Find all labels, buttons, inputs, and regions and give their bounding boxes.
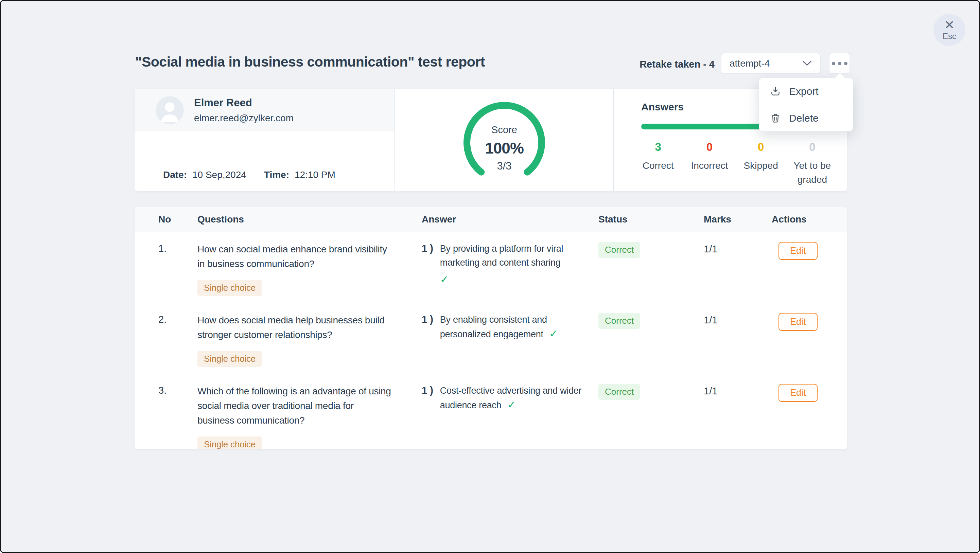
correct-check-icon: ✓ [507, 399, 516, 411]
stat-skipped-label: Skipped [735, 159, 787, 173]
results-table: No Questions Answer Status Marks Actions… [134, 206, 847, 450]
more-dots-icon [832, 62, 835, 65]
question-text: How does social media help businesses bu… [197, 313, 392, 342]
stat-correct-label: Correct [632, 159, 684, 173]
edit-button[interactable]: Edit [778, 313, 818, 331]
table-row: 2. How does social media help businesses… [135, 304, 847, 374]
question-number: 2. [158, 313, 197, 325]
question-type-badge: Single choice [197, 437, 262, 450]
col-questions-header: Questions [197, 214, 422, 225]
marks-value: 1/1 [704, 242, 772, 255]
edit-button[interactable]: Edit [778, 242, 818, 260]
question-text: Which of the following is an advantage o… [197, 384, 392, 427]
score-gauge: Score 100% 3/3 [460, 99, 549, 187]
answer-number: 1 ) [422, 313, 433, 342]
table-row: 3. Which of the following is an advantag… [135, 374, 847, 450]
question-type-badge: Single choice [197, 280, 262, 296]
menu-item-delete[interactable]: Delete [759, 105, 853, 131]
edit-button[interactable]: Edit [778, 384, 818, 402]
question-type-badge: Single choice [197, 351, 262, 367]
table-header: No Questions Answer Status Marks Actions [135, 207, 847, 232]
question-number: 3. [158, 384, 197, 396]
attempt-select-value: attempt-4 [730, 58, 802, 69]
score-fraction: 3/3 [497, 160, 511, 172]
status-badge: Correct [598, 313, 640, 329]
col-status-header: Status [598, 214, 704, 225]
answer-number: 1 ) [422, 242, 433, 286]
marks-value: 1/1 [704, 313, 772, 326]
stat-incorrect: 0 Incorrect [684, 141, 735, 186]
score-percent: 100% [485, 139, 523, 157]
col-answer-header: Answer [422, 214, 598, 225]
close-icon: ✕ [944, 19, 955, 31]
col-no-header: No [158, 214, 197, 225]
marks-value: 1/1 [704, 384, 772, 397]
student-email: elmer.reed@zylker.com [194, 113, 294, 124]
answer-text: By enabling consistent and personalized … [440, 315, 547, 339]
question-number: 1. [158, 242, 197, 254]
stat-incorrect-value: 0 [684, 141, 735, 154]
menu-item-export[interactable]: Export [759, 78, 853, 105]
correct-check-icon: ✓ [549, 328, 558, 340]
answer-number: 1 ) [422, 384, 433, 412]
student-panel: Elmer Reed elmer.reed@zylker.com Date: 1… [135, 89, 395, 191]
page-title: "Social media in business communication"… [135, 54, 485, 70]
retake-count-label: Retake taken - 4 [634, 59, 714, 70]
export-icon [770, 86, 781, 97]
table-row: 1. How can social media enhance brand vi… [135, 232, 847, 304]
stat-pending-value: 0 [787, 141, 838, 154]
time-label: Time: [264, 170, 289, 180]
chevron-down-icon [802, 60, 812, 66]
score-panel: Score 100% 3/3 [395, 89, 613, 191]
stat-pending-label: Yet to be graded [787, 159, 838, 186]
stat-correct: 3 Correct [632, 141, 684, 186]
summary-card: Elmer Reed elmer.reed@zylker.com Date: 1… [134, 89, 847, 192]
time-value: 12:10 PM [294, 170, 336, 180]
stat-incorrect-label: Incorrect [684, 159, 735, 173]
attempt-select[interactable]: attempt-4 [721, 52, 821, 74]
more-actions-button[interactable] [829, 52, 850, 74]
date-value: 10 Sep,2024 [192, 170, 247, 180]
status-badge: Correct [598, 242, 640, 258]
status-badge: Correct [598, 384, 640, 400]
actions-menu: Export Delete [759, 78, 853, 132]
question-text: How can social media enhance brand visib… [197, 242, 392, 271]
date-label: Date: [163, 170, 187, 180]
stat-skipped-value: 0 [735, 141, 787, 154]
correct-check-icon: ✓ [440, 272, 583, 286]
col-actions-header: Actions [772, 214, 847, 225]
col-marks-header: Marks [704, 214, 772, 225]
menu-item-delete-label: Delete [789, 113, 819, 124]
stat-pending: 0 Yet to be graded [787, 141, 838, 186]
delete-icon [770, 113, 781, 124]
window-frame: ✕ Esc "Social media in business communic… [0, 0, 980, 553]
stat-skipped: 0 Skipped [735, 141, 787, 186]
menu-item-export-label: Export [789, 86, 819, 97]
answer-text: By providing a platform for viral market… [440, 243, 563, 268]
score-label: Score [492, 124, 517, 135]
avatar [156, 96, 184, 124]
esc-label: Esc [943, 32, 956, 41]
stat-correct-value: 3 [632, 141, 684, 154]
esc-button[interactable]: ✕ Esc [934, 14, 966, 46]
student-name: Elmer Reed [194, 97, 294, 109]
answers-title: Answers [641, 101, 684, 113]
